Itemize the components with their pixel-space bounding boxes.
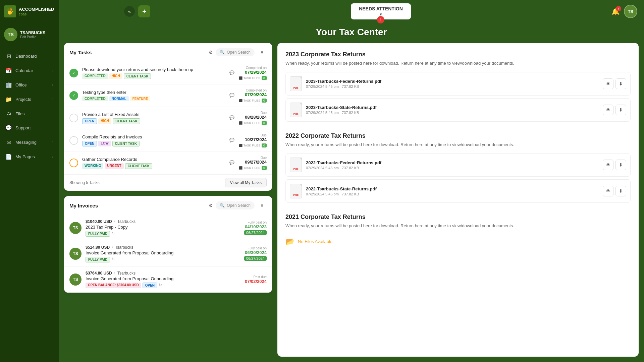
invoices-search-box[interactable]: 🔍 Open Search <box>216 201 255 209</box>
tax-file-meta: 07/29/2024 5:46 pm 737.82 KB <box>306 166 599 170</box>
task-comment-icon[interactable]: 💬 <box>229 93 235 98</box>
sidebar-item-support[interactable]: 💬 Support <box>0 121 59 135</box>
task-date-label: Due <box>239 133 267 137</box>
download-file-button[interactable]: ⬇ <box>615 105 626 115</box>
profile-edit-link[interactable]: Edit Profile <box>20 35 45 39</box>
tax-section-desc: When ready, your returns will be posted … <box>285 60 631 67</box>
task-files-row: ⬛ TASK FILES 0 <box>239 166 267 170</box>
task-tag: CLIENT TASK <box>113 118 140 124</box>
tax-file-info: 2023-Tsarbucks-Federal-Returns.pdf 07/29… <box>306 79 599 88</box>
tax-file-info: 2022-Tsarbucks-Federal-Returns.pdf 07/29… <box>306 160 599 170</box>
notifications-button[interactable]: 🔔 4 <box>611 7 620 15</box>
sidebar-item-office[interactable]: 🏢 Office › <box>0 78 59 92</box>
sidebar-item-files[interactable]: 🗂 Files <box>0 107 59 121</box>
refresh-icon[interactable]: ↻ <box>111 231 115 237</box>
my-tasks-card: My Tasks ⚙ 🔍 Open Search ≡ ✓ Please down… <box>64 43 272 191</box>
task-item[interactable]: Gather Compliance Records WORKINGURGENTC… <box>64 152 272 174</box>
task-item[interactable]: ✓ Please download your returns and secur… <box>64 62 272 84</box>
invoice-item[interactable]: TS $3764.80 USD • Tsarbucks Invoice Gene… <box>64 267 272 293</box>
task-tag: HIGH <box>109 73 122 79</box>
task-status-icon: ✓ <box>69 69 78 77</box>
sidebar-item-label: Support <box>15 125 31 130</box>
invoice-client: Tsarbucks <box>117 271 136 276</box>
invoice-item[interactable]: TS $514.80 USD • Tsarbucks Invoice Gener… <box>64 241 272 267</box>
sidebar-logo: 🖐 ACCOMPLISHED cpas <box>0 0 59 23</box>
tasks-filter-button[interactable]: ≡ <box>257 48 267 57</box>
download-file-button[interactable]: ⬇ <box>615 160 626 170</box>
tax-section-title: 2023 Corporate Tax Returns <box>285 51 631 58</box>
tasks-search-placeholder: Open Search <box>227 50 251 55</box>
preview-file-button[interactable]: 👁 <box>603 160 613 170</box>
pdf-icon: PDF <box>290 158 302 172</box>
preview-file-button[interactable]: 👁 <box>603 186 613 196</box>
chevron-right-icon: › <box>52 98 53 101</box>
task-files-count: 0 <box>262 99 267 103</box>
task-tag: OPEN <box>82 118 97 124</box>
tasks-showing-text: Showing 5 Tasks → <box>69 180 106 185</box>
collapse-sidebar-button[interactable]: « <box>124 6 135 17</box>
task-comment-icon[interactable]: 💬 <box>229 70 235 76</box>
tasks-list: ✓ Please download your returns and secur… <box>64 62 272 174</box>
task-files-count: 0 <box>262 76 267 80</box>
sidebar-item-projects[interactable]: 📁 Projects › <box>0 92 59 107</box>
invoices-filter-icon[interactable]: ⚙ <box>209 203 213 208</box>
preview-file-button[interactable]: 👁 <box>603 105 613 115</box>
task-status-icon <box>69 159 78 167</box>
task-right: Completed on 07/29/2024 ⬛ TASK FILES 0 <box>239 88 267 103</box>
no-files-label: No Files Available <box>298 239 332 244</box>
needs-attention-banner[interactable]: NEEDS ATTENTION ▾ ! <box>351 3 411 19</box>
invoice-body: $3764.80 USD • Tsarbucks Invoice Generat… <box>86 271 241 288</box>
invoice-body: $1040.00 USD • Tsarbucks 2023 Tax Prep -… <box>86 219 240 237</box>
view-all-tasks-button[interactable]: View all My Tasks <box>225 178 267 187</box>
preview-file-button[interactable]: 👁 <box>603 78 613 89</box>
page-title: Your Tax Center <box>59 27 644 38</box>
refresh-icon[interactable]: ↻ <box>159 283 162 288</box>
chevron-right-icon: › <box>52 155 53 159</box>
download-file-button[interactable]: ⬇ <box>615 78 626 89</box>
tax-file-name: 2022-Tsarbucks-Federal-Returns.pdf <box>306 160 599 165</box>
invoice-client: Tsarbucks <box>115 245 133 250</box>
task-tag: HIGH <box>98 118 111 124</box>
refresh-icon[interactable]: ↻ <box>111 257 115 262</box>
task-comment-icon[interactable]: 💬 <box>229 160 235 166</box>
task-date: 09/27/2024 <box>239 160 267 165</box>
task-item[interactable]: Compile Receipts and Invoices OPENLOWCLI… <box>64 129 272 152</box>
task-tag: URGENT <box>105 163 123 169</box>
invoice-item[interactable]: TS $1040.00 USD • Tsarbucks 2023 Tax Pre… <box>64 215 272 241</box>
task-tag: OPEN <box>82 141 97 146</box>
task-date: 08/28/2024 <box>239 115 267 120</box>
task-comment-icon[interactable]: 💬 <box>229 115 235 121</box>
sidebar-profile[interactable]: TS TSARBUCKS Edit Profile <box>0 23 59 46</box>
task-tags: COMPLETEDHIGHCLIENT TASK <box>82 73 225 79</box>
invoice-amount-row: $1040.00 USD • Tsarbucks <box>86 219 240 224</box>
tax-file-meta: 07/29/2024 5:45 pm 737.82 KB <box>306 111 599 115</box>
invoice-tag: OPEN <box>143 283 157 288</box>
task-comment-icon[interactable]: 💬 <box>229 138 235 143</box>
profile-avatar: TS <box>4 28 17 41</box>
sidebar-item-label: Calendar <box>15 68 33 73</box>
tax-section-title: 2021 Corporate Tax Returns <box>285 214 631 221</box>
invoice-tag: OPEN BALANCE: $3764.80 USD <box>86 283 141 288</box>
download-file-button[interactable]: ⬇ <box>615 186 626 196</box>
task-name: Please download your returns and securel… <box>82 67 225 72</box>
invoice-body: $514.80 USD • Tsarbucks Invoice Generate… <box>86 245 240 262</box>
add-button[interactable]: + <box>138 5 150 17</box>
tax-file-item: PDF 2022-Tsarbucks-Federal-Returns.pdf 0… <box>285 153 631 177</box>
task-tags: OPENHIGHCLIENT TASK <box>82 118 225 124</box>
sidebar-item-dashboard[interactable]: ⊞ Dashboard <box>0 49 59 63</box>
invoice-amount-row: $514.80 USD • Tsarbucks <box>86 245 240 250</box>
tasks-filter-icon[interactable]: ⚙ <box>209 50 213 55</box>
task-date: 07/29/2024 <box>239 70 267 75</box>
calendar-icon: 📅 <box>5 67 12 74</box>
sidebar-item-label: Files <box>15 111 24 116</box>
tasks-search-box[interactable]: 🔍 Open Search <box>216 48 255 56</box>
sidebar-item-my-pages[interactable]: 📄 My Pages › <box>0 149 59 164</box>
tax-file-actions: 👁 ⬇ <box>603 160 626 170</box>
sidebar-item-messaging[interactable]: ✉ Messaging › <box>0 135 59 149</box>
user-avatar-button[interactable]: TS <box>624 5 637 18</box>
sidebar-item-calendar[interactable]: 📅 Calendar › <box>0 63 59 78</box>
invoices-filter-button[interactable]: ≡ <box>257 201 267 210</box>
task-item[interactable]: Provide a List of Fixed Assets OPENHIGHC… <box>64 107 272 129</box>
invoice-amount: $1040.00 USD <box>86 219 112 224</box>
task-item[interactable]: ✓ Testing type then enter COMPLETEDNORMA… <box>64 84 272 107</box>
